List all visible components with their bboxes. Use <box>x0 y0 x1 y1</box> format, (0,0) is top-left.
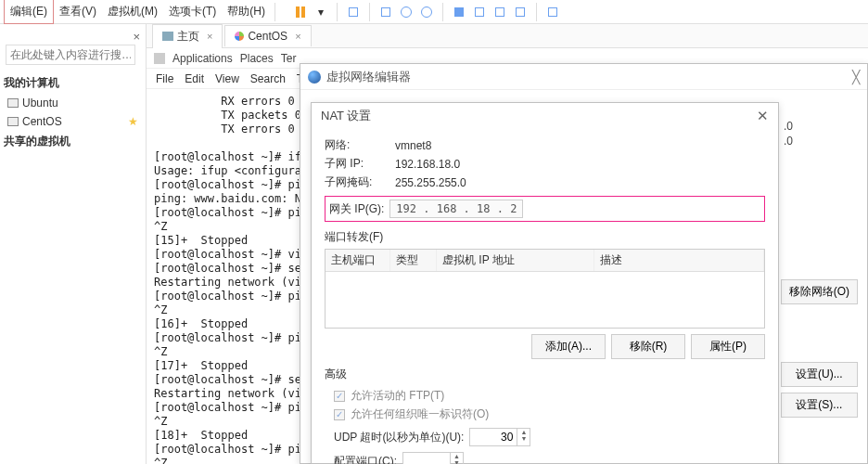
close-icon[interactable]: ✕ <box>757 108 769 124</box>
term-menu-edit[interactable]: Edit <box>185 72 204 85</box>
manage-icon[interactable] <box>418 4 435 20</box>
dialog-title: NAT 设置 <box>321 108 371 124</box>
vnet-side-buttons: 移除网络(O) 设置(U)... 设置(S)... <box>781 110 858 418</box>
library-panel: × 我的计算机 Ubuntu CentOS ★ 共享的虚拟机 <box>0 24 147 464</box>
tree-my-computer[interactable]: 我的计算机 <box>2 72 144 94</box>
console-icon[interactable] <box>491 4 508 20</box>
menu-tab[interactable]: 选项卡(T) <box>163 0 222 23</box>
term-menu-view[interactable]: View <box>215 72 239 85</box>
unity-icon[interactable] <box>471 4 488 20</box>
app-icon <box>308 71 321 84</box>
separator <box>442 3 443 21</box>
vm-icon <box>7 117 19 126</box>
centos-icon <box>235 32 244 41</box>
pause-icon[interactable] <box>292 4 309 20</box>
tab-close-icon[interactable]: × <box>295 31 300 42</box>
pf-buttons: 添加(A)... 移除(R) 属性(P) <box>325 334 765 359</box>
config-port-input[interactable] <box>403 453 450 464</box>
menu-edit[interactable]: 编辑(E) <box>4 0 54 24</box>
arrow-down-icon[interactable]: ▼ <box>451 459 463 464</box>
checkbox-label: 允许任何组织唯一标识符(O) <box>351 406 489 422</box>
menu-vm[interactable]: 虚拟机(M) <box>102 0 163 23</box>
config-port-label: 配置端口(C): <box>334 454 397 465</box>
pf-col-host: 主机端口 <box>326 250 390 271</box>
tree-shared[interactable]: 共享的虚拟机 <box>2 131 144 152</box>
udp-timeout-input[interactable] <box>470 429 517 445</box>
checkbox-oui[interactable]: ✓允许任何组织唯一标识符(O) <box>334 406 765 422</box>
vm-icon <box>7 98 19 108</box>
arrow-up-icon[interactable]: ▲ <box>517 429 530 435</box>
term-menu-file[interactable]: File <box>156 72 173 85</box>
udp-timeout-spinner[interactable]: ▲▼ <box>469 428 530 446</box>
pf-props-button[interactable]: 属性(P) <box>691 334 765 359</box>
gateway-row: 网关 IP(G): 192 . 168 . 18 . 2 <box>325 196 765 222</box>
menubar: 编辑(E) 查看(V) 虚拟机(M) 选项卡(T) 帮助(H) ▾ <box>0 0 868 24</box>
gateway-label: 网关 IP(G): <box>329 201 384 217</box>
subnet-ip-value: 192.168.18.0 <box>395 158 460 171</box>
nat-titlebar[interactable]: NAT 设置 ✕ <box>312 103 778 129</box>
pf-remove-button[interactable]: 移除(R) <box>611 334 685 359</box>
tree-label: CentOS <box>22 115 62 128</box>
activities-icon[interactable] <box>154 53 165 64</box>
stretch-icon[interactable] <box>512 4 529 20</box>
pf-col-desc: 描述 <box>594 250 764 271</box>
close-icon[interactable]: ╳ <box>852 70 860 84</box>
pf-col-type: 类型 <box>390 250 437 271</box>
gnome-apps[interactable]: Applications <box>172 52 233 65</box>
tab-close-icon[interactable]: × <box>207 31 212 42</box>
revert-icon[interactable] <box>398 4 415 20</box>
tab-home[interactable]: 主页 × <box>152 24 223 48</box>
menu-view[interactable]: 查看(V) <box>54 0 102 23</box>
config-port-spinner[interactable]: ▲▼ <box>402 452 464 464</box>
udp-timeout-row: UDP 超时(以秒为单位)(U): ▲▼ <box>334 428 765 446</box>
nat-settings-dialog: NAT 设置 ✕ 网络:vmnet8 子网 IP:192.168.18.0 子网… <box>311 102 779 464</box>
dialog-title: 虚拟网络编辑器 <box>326 69 411 85</box>
network-label: 网络: <box>325 137 389 153</box>
checkbox-ftp[interactable]: ✓允许活动的 FTP(T) <box>334 388 765 404</box>
fullscreen-icon[interactable] <box>451 4 467 20</box>
library-icon[interactable] <box>544 4 561 20</box>
spinner-arrows[interactable]: ▲▼ <box>517 429 530 445</box>
snapshot-icon[interactable] <box>345 4 362 20</box>
menu-help[interactable]: 帮助(H) <box>222 0 271 23</box>
vm-tree: 我的计算机 Ubuntu CentOS ★ 共享的虚拟机 <box>0 69 146 156</box>
search-input[interactable] <box>6 45 135 65</box>
settings-u-button[interactable]: 设置(U)... <box>781 362 858 387</box>
spinner-arrows[interactable]: ▲▼ <box>450 453 463 464</box>
dropdown-icon[interactable]: ▾ <box>313 4 329 20</box>
checkbox-label: 允许活动的 FTP(T) <box>351 388 444 404</box>
advanced-label: 高级 <box>325 367 765 382</box>
close-panel-icon[interactable]: × <box>133 30 140 44</box>
pf-add-button[interactable]: 添加(A)... <box>531 334 606 359</box>
settings-s-button[interactable]: 设置(S)... <box>781 393 858 418</box>
vnet-titlebar[interactable]: 虚拟网络编辑器 ╳ <box>300 64 867 90</box>
remove-network-button[interactable]: 移除网络(O) <box>781 279 858 304</box>
subnet-mask-label: 子网掩码: <box>325 174 389 190</box>
vm-tabs: 主页 × CentOS × <box>147 24 868 48</box>
config-port-row: 配置端口(C): ▲▼ <box>334 452 765 464</box>
gnome-terminal[interactable]: Ter <box>281 52 297 65</box>
arrow-down-icon[interactable]: ▼ <box>517 435 530 442</box>
network-value: vmnet8 <box>395 139 431 152</box>
tree-item-centos[interactable]: CentOS ★ <box>2 112 144 131</box>
toolbar: ▾ <box>292 3 561 21</box>
tab-label: CentOS <box>248 30 287 43</box>
subnet-ip-label: 子网 IP: <box>325 156 389 172</box>
screens-icon[interactable] <box>377 4 394 20</box>
gnome-places[interactable]: Places <box>240 52 274 65</box>
term-menu-search[interactable]: Search <box>250 72 286 85</box>
tab-centos[interactable]: CentOS × <box>224 25 311 46</box>
gateway-ip-input[interactable]: 192 . 168 . 18 . 2 <box>389 200 523 218</box>
separator <box>274 3 275 21</box>
pf-col-vmip: 虚拟机 IP 地址 <box>437 250 594 271</box>
tree-item-ubuntu[interactable]: Ubuntu <box>2 94 144 112</box>
checkbox-icon: ✓ <box>334 391 345 402</box>
arrow-up-icon[interactable]: ▲ <box>451 453 463 459</box>
tree-label: Ubuntu <box>22 97 58 110</box>
subnet-mask-value: 255.255.255.0 <box>395 176 466 189</box>
port-forward-table[interactable]: 主机端口 类型 虚拟机 IP 地址 描述 <box>325 249 765 329</box>
separator <box>536 3 537 21</box>
port-forward-label: 端口转发(F) <box>325 229 765 245</box>
favorite-star-icon[interactable]: ★ <box>128 115 138 128</box>
checkbox-icon: ✓ <box>334 409 345 420</box>
